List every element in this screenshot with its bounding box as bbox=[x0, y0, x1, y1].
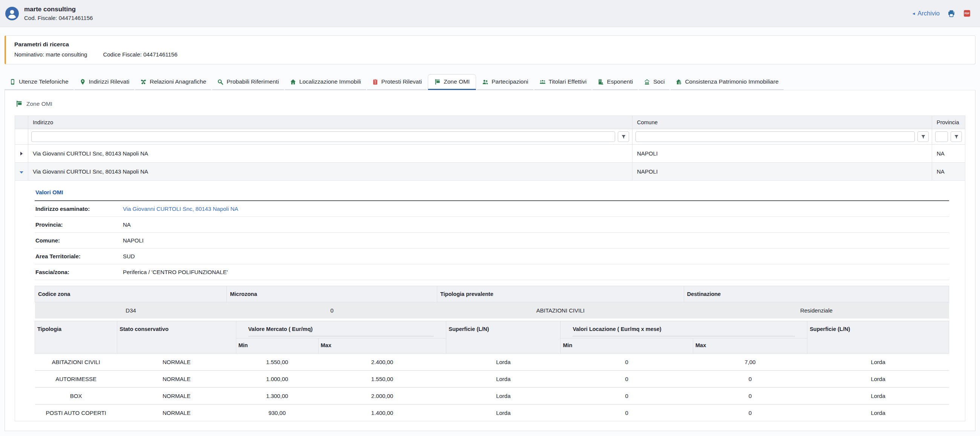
values-header-tipologia: Tipologia bbox=[35, 321, 117, 354]
zone-codice-zona: D34 bbox=[35, 302, 227, 319]
tab-protesti-rilevati[interactable]: Protesti Rilevati bbox=[367, 75, 427, 90]
search-params-title: Parametri di ricerca bbox=[14, 41, 967, 48]
map-pin-icon bbox=[80, 79, 86, 85]
zone-destinazione: Residenziale bbox=[684, 302, 949, 319]
field-label: Comune: bbox=[35, 237, 123, 244]
cell-indirizzo: Via Giovanni CURTOLI Snc, 80143 Napoli N… bbox=[28, 144, 633, 163]
comune-filter-button[interactable] bbox=[918, 132, 929, 142]
column-header-indirizzo: Indirizzo bbox=[28, 116, 633, 129]
provincia-filter-button[interactable] bbox=[951, 132, 962, 142]
field-value: NA bbox=[123, 221, 131, 228]
tab-soci[interactable]: Soci bbox=[639, 75, 670, 90]
provincia-filter-input[interactable] bbox=[935, 132, 948, 142]
column-header-comune: Comune bbox=[633, 116, 932, 129]
values-subheader-max: Max bbox=[318, 338, 446, 354]
tab-bar: Utenze Telefoniche Indirizzi Rilevati Re… bbox=[5, 74, 975, 90]
protest-clipboard-icon bbox=[372, 79, 379, 85]
funnel-icon bbox=[621, 135, 626, 139]
zone-header-destinazione: Destinazione bbox=[684, 286, 949, 302]
tab-consistenza-patrimonio-immobiliare[interactable]: Consistenza Patrimonio Immobiliare bbox=[671, 75, 783, 90]
search-params-fiscal-code: Codice Fiscale: 04471461156 bbox=[103, 51, 177, 58]
export-pdf-button[interactable]: PDF bbox=[963, 10, 971, 17]
group-icon bbox=[482, 79, 488, 85]
values-row: POSTI AUTO COPERTI NORMALE 930,00 1.400,… bbox=[35, 404, 949, 421]
field-row-fascia-zona: Fascia/zona: Periferica / 'CENTRO POLIFU… bbox=[35, 264, 949, 280]
tab-utenze-telefoniche[interactable]: Utenze Telefoniche bbox=[5, 75, 73, 90]
search-icon bbox=[217, 79, 224, 85]
roof-people-icon bbox=[644, 79, 650, 85]
relations-icon bbox=[140, 79, 146, 85]
tab-probabili-riferimenti[interactable]: Probabili Riferimenti bbox=[212, 75, 284, 90]
zone-code-table: Codice zona Microzona Tipologia prevalen… bbox=[35, 286, 949, 319]
cell-comune: NAPOLI bbox=[633, 163, 932, 181]
people-three-icon bbox=[539, 79, 546, 85]
values-header-stato-conservativo: Stato conservativo bbox=[117, 321, 236, 354]
table-header-row: Indirizzo Comune Provincia bbox=[15, 116, 965, 129]
filter-row bbox=[15, 129, 965, 144]
values-header-valori-locazione: Valori Locazione ( Eur/mq x mese) bbox=[560, 321, 807, 338]
user-avatar-icon bbox=[5, 7, 19, 20]
valori-omi-title: Valori OMI bbox=[35, 184, 949, 201]
column-header-provincia: Provincia bbox=[932, 116, 965, 129]
tab-indirizzi-rilevati[interactable]: Indirizzi Rilevati bbox=[75, 75, 135, 90]
tab-zone-omi[interactable]: Zone OMI bbox=[428, 74, 476, 90]
zone-header-tipologia-prevalente: Tipologia prevalente bbox=[437, 286, 684, 302]
pdf-icon: PDF bbox=[963, 10, 971, 17]
back-arrow-icon: ◂ bbox=[913, 11, 915, 16]
omi-values-table: Tipologia Stato conservativo Valore Merc… bbox=[35, 321, 949, 421]
values-header-valore-mercato: Valore Mercato ( Eur/mq) bbox=[236, 321, 446, 338]
archive-link[interactable]: ◂ Archivio bbox=[913, 10, 940, 17]
values-row: ABITAZIONI CIVILI NORMALE 1.550,00 2.400… bbox=[35, 354, 949, 371]
field-label: Provincia: bbox=[35, 221, 123, 228]
expand-row-button[interactable] bbox=[15, 144, 28, 163]
tab-titolari-effettivi[interactable]: Titolari Effettivi bbox=[535, 75, 592, 90]
zone-omi-table: Indirizzo Comune Provincia bbox=[15, 116, 965, 421]
table-row[interactable]: Via Giovanni CURTOLI Snc, 80143 Napoli N… bbox=[15, 144, 965, 163]
cell-indirizzo: Via Giovanni CURTOLI Snc, 80143 Napoli N… bbox=[28, 163, 633, 181]
zone-header-microzona: Microzona bbox=[227, 286, 437, 302]
svg-text:PDF: PDF bbox=[964, 12, 969, 15]
expander-column-header bbox=[15, 116, 28, 129]
values-row: BOX NORMALE 1.300,00 2.000,00 Lorda 0 0 … bbox=[35, 387, 949, 404]
zone-tipologia-prevalente: ABITAZIONI CIVILI bbox=[437, 302, 684, 319]
values-subheader-max: Max bbox=[693, 338, 807, 354]
values-subheader-min: Min bbox=[560, 338, 693, 354]
field-value: Periferica / 'CENTRO POLIFUNZIONALE' bbox=[123, 269, 228, 275]
zone-microzona: 0 bbox=[227, 302, 437, 319]
cell-comune: NAPOLI bbox=[633, 144, 932, 163]
zone-omi-panel: Zone OMI Indirizzo Comune Provincia bbox=[5, 90, 975, 431]
print-button[interactable] bbox=[947, 10, 956, 18]
indirizzo-filter-input[interactable] bbox=[31, 132, 615, 142]
zone-header-codice-zona: Codice zona bbox=[35, 286, 227, 302]
field-row-indirizzo-esaminato: Indirizzo esaminato: Via Giovanni CURTOL… bbox=[35, 201, 949, 217]
tab-relazioni-anagrafiche[interactable]: Relazioni Anagrafiche bbox=[135, 75, 211, 90]
examined-address-link[interactable]: Via Giovanni CURTOLI Snc, 80143 Napoli N… bbox=[123, 206, 238, 212]
indirizzo-filter-button[interactable] bbox=[618, 132, 629, 142]
tab-esponenti[interactable]: Esponenti bbox=[592, 75, 638, 90]
fiscal-code: Cod. Fiscale: 04471461156 bbox=[24, 15, 93, 21]
search-params-nominative: Nominativo: marte consulting bbox=[14, 51, 87, 58]
collapse-row-button[interactable] bbox=[15, 163, 28, 181]
field-row-area-territoriale: Area Territoriale: SUD bbox=[35, 249, 949, 264]
funnel-icon bbox=[921, 135, 926, 139]
sign-icon bbox=[434, 79, 441, 85]
field-label: Fascia/zona: bbox=[35, 269, 123, 275]
phone-icon bbox=[10, 79, 16, 85]
tab-localizzazione-immobili[interactable]: Localizzazione Immobili bbox=[285, 75, 366, 90]
values-header-superficie-1: Superficie (L/N) bbox=[446, 321, 560, 354]
tab-partecipazioni[interactable]: Partecipazioni bbox=[477, 75, 533, 90]
cell-provincia: NA bbox=[932, 144, 965, 163]
company-name: marte consulting bbox=[24, 6, 93, 13]
section-title: Zone OMI bbox=[16, 100, 965, 107]
field-label: Indirizzo esaminato: bbox=[35, 206, 123, 212]
field-label: Area Territoriale: bbox=[35, 253, 123, 259]
table-row[interactable]: Via Giovanni CURTOLI Snc, 80143 Napoli N… bbox=[15, 163, 965, 181]
house-check-icon bbox=[675, 79, 682, 85]
field-value: SUD bbox=[123, 253, 135, 259]
funnel-icon bbox=[954, 135, 959, 139]
house-icon bbox=[290, 79, 296, 85]
comune-filter-input[interactable] bbox=[635, 132, 915, 142]
cell-provincia: NA bbox=[932, 163, 965, 181]
sign-icon bbox=[16, 100, 22, 107]
building-person-icon bbox=[597, 79, 604, 85]
